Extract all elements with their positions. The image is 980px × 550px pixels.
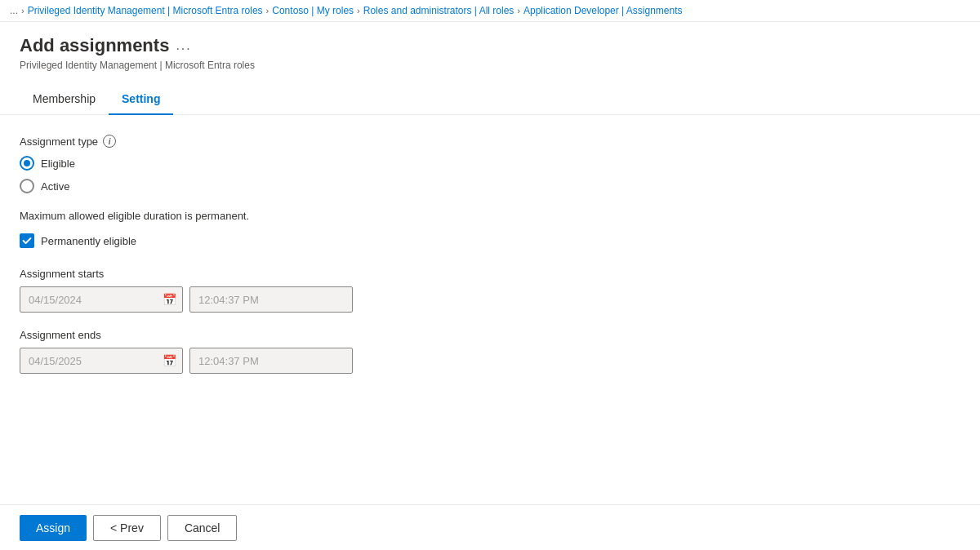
permanently-eligible-checkbox[interactable] [20,233,34,248]
assignment-type-info-icon[interactable]: i [103,135,116,148]
assignment-ends-date-input[interactable] [20,348,183,374]
assignment-starts-calendar-icon[interactable]: 📅 [163,293,176,306]
radio-active[interactable]: Active [20,179,960,193]
tab-setting[interactable]: Setting [109,84,173,115]
assignment-type-radio-group: Eligible Active [20,156,960,193]
assignment-starts-time-input[interactable] [189,286,353,313]
assignment-starts-row: 📅 [20,286,960,313]
content-area: Assignment type i Eligible Active Maximu… [0,115,980,410]
assignment-ends-time-input[interactable] [189,348,353,374]
breadcrumb-item-roles[interactable]: Roles and administrators | All roles [363,5,514,16]
assignment-ends-calendar-icon[interactable]: 📅 [163,354,176,367]
assignment-starts-date-wrap: 📅 [20,286,183,313]
permanently-eligible-label: Permanently eligible [41,235,136,247]
assignment-ends-row: 📅 [20,348,960,374]
radio-active-circle [20,179,34,193]
assignment-starts-label: Assignment starts [20,268,960,280]
assignment-starts-date-input[interactable] [20,286,183,313]
page-title: Add assignments [20,35,169,56]
breadcrumb-dots[interactable]: ... [10,5,18,16]
assignment-ends-section: Assignment ends 📅 [20,329,960,374]
check-icon [22,236,32,246]
breadcrumb: ... › Privileged Identity Management | M… [0,0,980,22]
assignment-starts-section: Assignment starts 📅 [20,268,960,313]
max-duration-text: Maximum allowed eligible duration is per… [20,210,960,222]
page-subtitle: Privileged Identity Management | Microso… [20,60,960,71]
radio-eligible-circle [20,156,34,171]
radio-active-label: Active [41,180,69,193]
breadcrumb-item-appdev[interactable]: Application Developer | Assignments [523,5,683,16]
assignment-ends-label: Assignment ends [20,329,960,341]
breadcrumb-item-pim[interactable]: Privileged Identity Management | Microso… [28,5,263,16]
assignment-type-label: Assignment type i [20,135,960,148]
assignment-ends-date-wrap: 📅 [20,348,183,374]
tabs-container: Membership Setting [0,84,980,115]
radio-eligible-label: Eligible [41,157,75,170]
tab-membership[interactable]: Membership [20,84,109,115]
page-title-more[interactable]: ... [176,38,191,53]
page-header: Add assignments ... Privileged Identity … [0,22,980,78]
permanently-eligible-row: Permanently eligible [20,233,960,248]
radio-eligible[interactable]: Eligible [20,156,960,171]
breadcrumb-item-contoso[interactable]: Contoso | My roles [272,5,354,16]
